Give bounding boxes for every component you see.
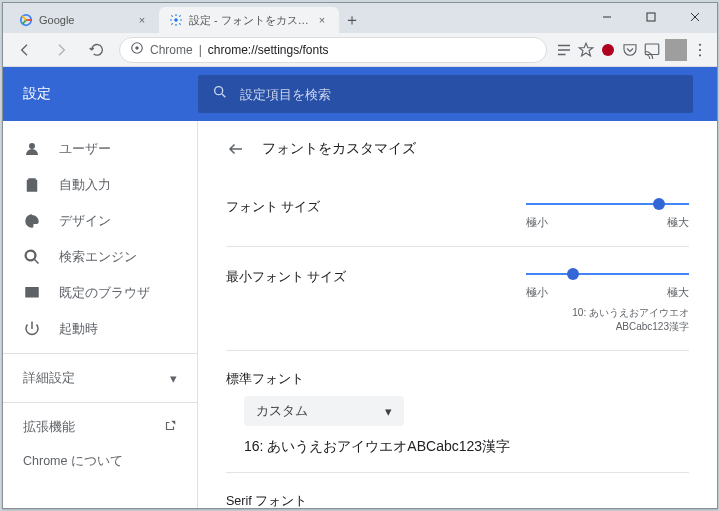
window-controls (585, 3, 717, 33)
settings-search-input[interactable] (240, 87, 679, 102)
sidebar-item-default-browser[interactable]: 既定のブラウザ (3, 275, 197, 311)
chevron-down-icon: ▾ (170, 371, 177, 386)
external-link-icon (163, 419, 177, 436)
new-tab-button[interactable]: ＋ (339, 7, 365, 33)
standard-font-section: 標準フォント カスタム ▾ 16: あいうえおアイウエオABCabc123漢字 (226, 350, 689, 472)
serif-font-section: Serif フォント カスタム ▾ 16: あいうえおアイウエオABCabc12… (226, 472, 689, 508)
browser-icon (23, 284, 41, 302)
chevron-down-icon: ▾ (385, 404, 392, 419)
search-icon (212, 84, 228, 104)
person-icon (23, 140, 41, 158)
slider-max-label: 極大 (667, 215, 689, 230)
sidebar-item-label: 検索エンジン (59, 249, 137, 266)
google-icon (19, 13, 33, 27)
sidebar-item-label: 起動時 (59, 321, 98, 338)
reader-icon[interactable] (555, 41, 573, 59)
sidebar-item-user[interactable]: ユーザー (3, 131, 197, 167)
url-path: chrome://settings/fonts (208, 43, 329, 57)
font-size-label: フォント サイズ (226, 197, 526, 216)
sidebar-item-label: ユーザー (59, 141, 111, 158)
sidebar-extensions[interactable]: 拡張機能 (3, 409, 197, 445)
slider-max-label: 極大 (667, 285, 689, 300)
svg-point-8 (699, 48, 701, 50)
search-icon (23, 248, 41, 266)
omnibox[interactable]: Chrome | chrome://settings/fonts (119, 37, 547, 63)
sidebar-advanced[interactable]: 詳細設定 ▾ (3, 360, 197, 396)
sidebar-item-label: 自動入力 (59, 177, 111, 194)
standard-font-dropdown[interactable]: カスタム ▾ (244, 396, 404, 426)
pocket-icon[interactable] (621, 41, 639, 59)
browser-window: Google × 設定 - フォントをカスタマイズ × ＋ Chrome (2, 2, 718, 509)
reload-button[interactable] (83, 36, 111, 64)
close-button[interactable] (673, 3, 717, 31)
settings-search[interactable] (198, 75, 693, 113)
sidebar: ユーザー 自動入力 デザイン 検索エンジン 既定のブラウザ 起動時 詳細設定 ▾… (3, 121, 198, 508)
main-panel: フォントをカスタマイズ フォント サイズ 極小 極大 (198, 121, 717, 508)
sidebar-item-autofill[interactable]: 自動入力 (3, 167, 197, 203)
svg-point-10 (215, 87, 223, 95)
standard-font-label: 標準フォント (226, 371, 689, 388)
svg-point-1 (174, 18, 178, 22)
forward-button[interactable] (47, 36, 75, 64)
tab-strip: Google × 設定 - フォントをカスタマイズ × ＋ (3, 3, 585, 33)
svg-point-9 (699, 54, 701, 56)
min-font-sample: 10: あいうえおアイウエオABCabc123漢字 (526, 306, 689, 334)
svg-rect-2 (647, 13, 655, 21)
content-area: 設定 ユーザー 自動入力 デザイン 検索エンジン 既定のブラウザ 起動時 詳細設… (3, 67, 717, 508)
tab-title: Google (39, 14, 129, 26)
svg-point-5 (602, 44, 614, 56)
sidebar-item-design[interactable]: デザイン (3, 203, 197, 239)
gear-icon (169, 13, 183, 27)
sidebar-item-label: 詳細設定 (23, 370, 75, 387)
slider-min-label: 極小 (526, 285, 548, 300)
sidebar-item-label: デザイン (59, 213, 111, 230)
sidebar-item-label: 既定のブラウザ (59, 285, 150, 302)
divider (3, 402, 197, 403)
svg-point-4 (135, 46, 139, 50)
chrome-icon (130, 41, 144, 58)
back-arrow-button[interactable] (226, 139, 246, 159)
back-button[interactable] (11, 36, 39, 64)
cast-icon[interactable] (643, 41, 661, 59)
svg-rect-6 (645, 44, 659, 55)
sidebar-item-search-engine[interactable]: 検索エンジン (3, 239, 197, 275)
close-icon[interactable]: × (135, 14, 149, 26)
url-origin: Chrome (150, 43, 193, 57)
close-icon[interactable]: × (315, 14, 329, 26)
profile-avatar[interactable] (665, 39, 687, 61)
page-title: フォントをカスタマイズ (262, 140, 416, 158)
min-font-size-label: 最小フォント サイズ (226, 267, 526, 286)
min-font-size-section: 最小フォント サイズ 極小 極大 10: あいうえおアイウエオABCabc123… (226, 246, 689, 350)
tab-title: 設定 - フォントをカスタマイズ (189, 13, 309, 28)
divider (3, 353, 197, 354)
slider-min-label: 極小 (526, 215, 548, 230)
svg-point-7 (699, 43, 701, 45)
sidebar-item-label: 拡張機能 (23, 419, 75, 436)
sidebar-item-label: Chrome について (23, 453, 123, 470)
sidebar-item-startup[interactable]: 起動時 (3, 311, 197, 347)
min-font-size-slider[interactable] (526, 267, 689, 281)
tab-google[interactable]: Google × (9, 7, 159, 33)
minimize-button[interactable] (585, 3, 629, 31)
clipboard-icon (23, 176, 41, 194)
font-size-section: フォント サイズ 極小 極大 (226, 177, 689, 246)
dropdown-value: カスタム (256, 403, 308, 420)
serif-font-label: Serif フォント (226, 493, 689, 508)
titlebar: Google × 設定 - フォントをカスタマイズ × ＋ (3, 3, 717, 33)
toolbar-right (555, 39, 709, 61)
standard-font-preview: 16: あいうえおアイウエオABCabc123漢字 (244, 438, 689, 456)
toolbar: Chrome | chrome://settings/fonts (3, 33, 717, 67)
settings-title: 設定 (3, 85, 198, 103)
font-size-slider[interactable] (526, 197, 689, 211)
kebab-icon[interactable] (691, 41, 709, 59)
tab-settings-fonts[interactable]: 設定 - フォントをカスタマイズ × (159, 7, 339, 33)
settings-header: 設定 (3, 67, 717, 121)
power-icon (23, 320, 41, 338)
palette-icon (23, 212, 41, 230)
sidebar-about[interactable]: Chrome について (3, 445, 197, 477)
bookmark-icon[interactable] (577, 41, 595, 59)
maximize-button[interactable] (629, 3, 673, 31)
ublock-icon[interactable] (599, 41, 617, 59)
